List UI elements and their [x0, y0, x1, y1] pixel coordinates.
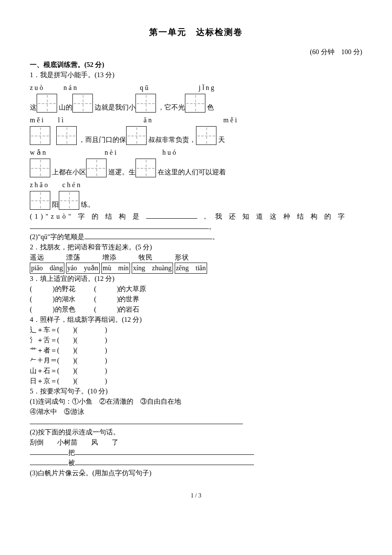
fill-item[interactable]: ( )的世界 [94, 295, 140, 303]
text: (2)"qū"字的笔顺是 [30, 233, 84, 240]
char-box[interactable] [72, 94, 93, 113]
q1-sub1-cont: 。 [30, 222, 362, 232]
blank[interactable] [84, 232, 212, 239]
q5-2a: (2)按下面的提示连成一句话。 [30, 427, 362, 437]
q2-pinyin-row: piāo dàng yáo yuǎn mù mín xíng zhuàng zē… [30, 263, 362, 274]
pinyin-wan: wǎn [30, 147, 48, 158]
q4-row[interactable]: 日＋京＝( )( ) [30, 376, 362, 386]
q5-1b: ④湖水中 ⑤游泳 [30, 407, 362, 417]
char-box[interactable] [56, 126, 77, 145]
q1-pinyin-row-1: zuò nán qū jǐng [30, 83, 362, 93]
q5-2b: 刮倒 小树苗 风 了 [30, 437, 362, 448]
text: 上都在小区 [52, 168, 86, 176]
q5-2d[interactable]: 被 [30, 458, 362, 468]
q5-1a: (1)连词成句：①小鱼 ②在清澈的 ③自由自在地 [30, 396, 362, 407]
q4-head: 4．照样子，组成新字再组词。(12 分) [30, 315, 362, 325]
text: 山的 [59, 104, 72, 111]
pinyin-box[interactable]: zēng tiān [175, 263, 207, 274]
q4-row[interactable]: 辶＋车＝( )( ) [30, 325, 362, 335]
q1-pinyin-row-3: wǎn nèi huó [30, 147, 362, 158]
pinyin-zuo: zuò [30, 83, 45, 93]
q3-row: ( )的野花 ( )的大草原 [30, 284, 362, 294]
char-box[interactable] [185, 94, 205, 113]
q1-head: 1．我是拼写小能手。(13 分) [30, 70, 362, 80]
char-box[interactable] [59, 191, 79, 210]
time-score: (60 分钟 100 分) [30, 47, 362, 57]
fill-item[interactable]: ( )的湖水 [30, 295, 75, 303]
q2-words: 遥远 漂荡 增添 牧民 形状 [30, 252, 362, 263]
text: 被 [68, 459, 75, 466]
q1-box-row-4: 阳 练。 [30, 191, 362, 210]
pinyin-jing: jǐng [199, 83, 216, 93]
fill-item[interactable]: ( )的大草原 [94, 285, 147, 292]
char-box[interactable] [196, 126, 216, 145]
char-box[interactable] [126, 126, 147, 145]
text: 巡逻。生 [108, 168, 135, 176]
q1-sub2: (2)"qū"字的笔顺是。 [30, 232, 362, 242]
text: 。 [212, 233, 219, 240]
q4-row[interactable]: 艹＋者＝( )( ) [30, 345, 362, 356]
q1-box-row-3: 上都在小区 巡逻。生 在这里的人们可以迎着 [30, 159, 362, 177]
q3-head: 3．填上适宜的词语。(12 分) [30, 274, 362, 284]
text: 。 [209, 223, 216, 230]
fill-item[interactable]: ( )的景色 [30, 306, 75, 313]
pinyin-box[interactable]: xíng zhuàng [132, 263, 173, 274]
page-title: 第一单元 达标检测卷 [30, 26, 362, 38]
q4-row[interactable]: 山＋石＝( )( ) [30, 366, 362, 376]
text: (1)"zu [30, 213, 62, 220]
text: 阳 [52, 201, 59, 208]
text: 在这里的人们可以迎着 [158, 168, 226, 176]
q5-1-blank[interactable] [30, 417, 362, 427]
pinyin-box[interactable]: piāo dàng [30, 263, 64, 274]
pinyin-box[interactable]: mù mín [101, 263, 130, 274]
char-box[interactable] [37, 94, 57, 113]
pinyin-qu: qū [140, 83, 150, 93]
q1-sub1: (1)"zuò" 字 的 结 构 是 ， 我 还 知 道 这 种 结 构 的 字 [30, 211, 362, 222]
text: " 字 的 结 构 是 [68, 213, 146, 220]
q2-head: 2．找朋友，把词语和音节连起来。(5 分) [30, 242, 362, 252]
pinyin-nan: nán [63, 83, 78, 93]
char-box[interactable] [135, 94, 156, 113]
q3-row: ( )的湖水 ( )的世界 [30, 294, 362, 304]
text: 边就是我们小 [95, 104, 135, 111]
char-box[interactable] [86, 159, 107, 177]
text: ， 我 还 知 道 这 种 结 构 的 字 [197, 213, 347, 220]
q1-box-row-2: ，而且门口的保 叔叔非常负责， 天 [30, 126, 362, 145]
blank[interactable] [146, 212, 197, 219]
pinyin-box[interactable]: yáo yuǎn [66, 263, 100, 274]
fill-item[interactable]: ( )的岩石 [94, 306, 140, 313]
fill-item[interactable]: ( )的野花 [30, 285, 75, 292]
text: ，它不光 [158, 104, 185, 111]
pinyin-nei: nèi [105, 147, 118, 158]
pinyin-li: lì [58, 115, 65, 125]
text: 这 [30, 104, 37, 111]
pinyin-chen: chén [62, 180, 82, 190]
section-1-head: 一、根底训练营。(52 分) [30, 60, 362, 70]
q4-row[interactable]: 氵＋舌＝( )( ) [30, 335, 362, 345]
pinyin-an: ān [144, 115, 153, 125]
pinyin-mei: měi [30, 115, 45, 125]
text: 叔叔非常负责， [148, 136, 196, 143]
pinyin-mei: měi [223, 115, 239, 125]
pinyin-zhao: zhāo [30, 180, 49, 190]
blank[interactable] [30, 222, 209, 229]
q1-box-row-1: 这 山的 边就是我们小 ，它不光 色 [30, 94, 362, 113]
text: 天 [218, 136, 225, 143]
char-box[interactable] [30, 126, 50, 145]
text: ，而且门口的保 [78, 136, 126, 143]
text: 色 [207, 104, 214, 111]
page-number: 1 / 3 [30, 491, 362, 500]
q3-row: ( )的景色 ( )的岩石 [30, 304, 362, 315]
q5-head: 5．按要求写句子。(10 分) [30, 386, 362, 396]
text: 把 [68, 449, 75, 456]
q5-2c[interactable]: 把 [30, 448, 362, 458]
q5-3: (3)白帆片片像云朵。(用加点字仿写句子) [30, 468, 362, 478]
char-box[interactable] [135, 159, 156, 177]
q1-pinyin-row-2: měi lì ān měi [30, 115, 362, 125]
text: ò [62, 213, 68, 220]
q4-row[interactable]: 𠂉＋月＝( )( ) [30, 356, 362, 366]
char-box[interactable] [30, 191, 50, 210]
pinyin-huo: huó [162, 147, 178, 158]
text: 练。 [81, 201, 95, 208]
char-box[interactable] [30, 159, 50, 177]
